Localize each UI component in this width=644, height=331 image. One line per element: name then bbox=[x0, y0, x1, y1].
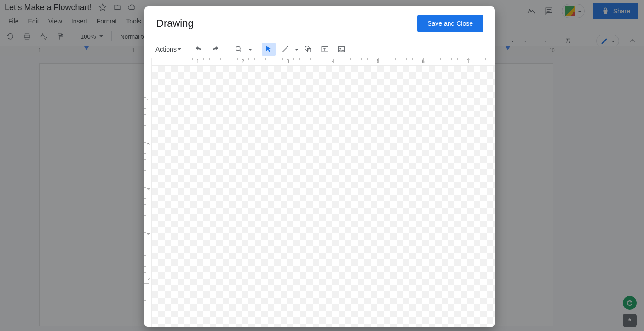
zoom-tool[interactable] bbox=[232, 43, 246, 56]
dialog-title: Drawing bbox=[156, 17, 194, 29]
separator bbox=[227, 44, 227, 54]
undo-button[interactable] bbox=[192, 43, 206, 56]
svg-point-0 bbox=[236, 46, 240, 51]
actions-menu[interactable]: Actions bbox=[155, 44, 182, 55]
line-tool-dropdown-caret[interactable] bbox=[294, 45, 299, 53]
image-tool[interactable] bbox=[334, 43, 348, 56]
separator bbox=[187, 44, 187, 54]
drawing-canvas-wrap: 12345 1234567 bbox=[144, 58, 495, 327]
ruler-label: 5 bbox=[146, 278, 151, 281]
horizontal-ruler[interactable]: 1234567 bbox=[152, 58, 495, 66]
redo-button[interactable] bbox=[208, 43, 222, 56]
ruler-label: 1 bbox=[146, 98, 151, 100]
line-tool[interactable] bbox=[278, 43, 292, 56]
save-and-close-button[interactable]: Save and Close bbox=[417, 15, 483, 32]
ruler-label: 4 bbox=[146, 233, 151, 236]
canvas-column: 1234567 bbox=[152, 58, 495, 327]
drawing-dialog: Drawing Save and Close Actions 12345 123… bbox=[144, 6, 495, 327]
zoom-dropdown-caret[interactable] bbox=[247, 45, 252, 53]
separator bbox=[257, 44, 257, 54]
svg-point-1 bbox=[305, 46, 309, 50]
drawing-toolbar: Actions bbox=[144, 40, 495, 58]
vertical-ruler[interactable]: 12345 bbox=[144, 58, 152, 327]
ruler-label: 3 bbox=[146, 188, 151, 191]
textbox-tool[interactable] bbox=[318, 43, 332, 56]
drawing-canvas[interactable] bbox=[152, 66, 495, 327]
ruler-label: 2 bbox=[146, 143, 151, 145]
shape-tool[interactable] bbox=[301, 43, 315, 56]
dialog-header: Drawing Save and Close bbox=[144, 6, 495, 40]
svg-point-5 bbox=[339, 48, 340, 49]
select-tool[interactable] bbox=[262, 43, 276, 56]
